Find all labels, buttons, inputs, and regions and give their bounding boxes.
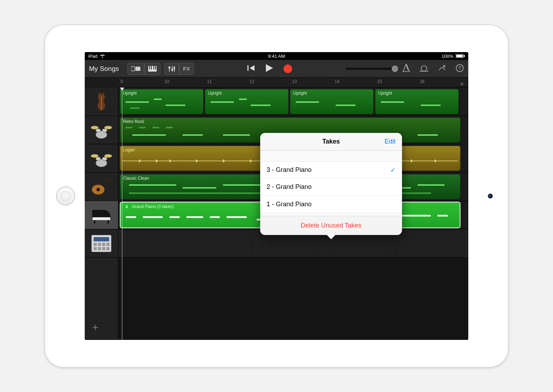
svg-rect-40 [102, 178, 111, 183]
ruler-tick: 12 [250, 79, 254, 84]
ruler-tick: 13 [292, 79, 297, 84]
ruler-tick: 16 [420, 79, 424, 84]
lane-upright[interactable]: Upright Upright Upright Upright [118, 88, 468, 116]
timeline-ruler[interactable]: 9 10 11 12 13 14 15 16 ＋ [118, 78, 468, 88]
track-headers: ＋ [85, 88, 118, 340]
popover-title: Takes [322, 138, 340, 145]
record-button[interactable] [284, 65, 292, 73]
add-section-button[interactable]: ＋ [458, 79, 465, 89]
svg-rect-46 [94, 243, 97, 246]
track-header-grand-piano[interactable] [85, 201, 118, 229]
svg-point-31 [96, 129, 101, 132]
svg-rect-51 [98, 247, 101, 250]
svg-point-37 [102, 157, 107, 161]
svg-rect-45 [94, 237, 109, 241]
track-header-retro-rock[interactable] [85, 116, 118, 144]
ruler-tick: 15 [377, 79, 382, 84]
svg-rect-47 [98, 243, 101, 246]
svg-text:?: ? [458, 65, 461, 71]
svg-point-11 [168, 67, 171, 69]
lane-spacer [118, 258, 468, 340]
region-label: Upright [208, 91, 222, 96]
take-label: 3 - Grand Piano [267, 166, 312, 174]
region-upright[interactable]: Upright [205, 89, 289, 114]
cello-icon [90, 91, 112, 112]
instrument-view-button[interactable] [144, 63, 161, 75]
svg-point-36 [96, 157, 101, 161]
track-header-logan[interactable] [85, 144, 118, 173]
playhead[interactable] [122, 88, 122, 340]
rewind-button[interactable] [247, 65, 255, 73]
svg-rect-7 [151, 66, 152, 69]
ruler-tick: 11 [207, 79, 212, 84]
svg-point-23 [443, 65, 445, 67]
svg-rect-48 [102, 243, 105, 246]
region-label: Classic Clean [123, 176, 149, 181]
takes-badge: 3 [123, 204, 130, 209]
svg-marker-18 [266, 64, 273, 72]
home-button[interactable] [56, 186, 75, 206]
back-my-songs[interactable]: My Songs [89, 65, 119, 73]
region-label: Upright [293, 91, 307, 96]
grand-piano-icon [90, 205, 112, 226]
drumkit-icon [90, 148, 112, 169]
region-label: 3Grand Piano (3 takes) [123, 204, 173, 209]
svg-rect-50 [94, 247, 97, 250]
track-header-sampler[interactable] [85, 229, 118, 258]
play-button[interactable] [266, 64, 273, 73]
region-upright[interactable]: Upright [120, 89, 203, 114]
track-lanes[interactable]: Upright Upright Upright Upright [118, 88, 468, 340]
svg-point-21 [421, 66, 427, 71]
take-label: 2 - Grand Piano [267, 183, 312, 191]
track-header-classic-clean[interactable] [85, 173, 118, 201]
checkmark-icon: ✓ [390, 166, 396, 174]
svg-rect-4 [135, 67, 140, 71]
screen: iPad 9:41 AM 100% My Songs [85, 52, 468, 340]
drumkit-icon [90, 119, 112, 141]
svg-marker-17 [250, 65, 255, 71]
ruler-tick: 10 [164, 79, 169, 84]
battery-label: 100% [442, 54, 453, 59]
takes-list: 3 - Grand Piano ✓ 2 - Grand Piano 1 - Gr… [260, 161, 402, 213]
ipad-frame: iPad 9:41 AM 100% My Songs [44, 24, 509, 368]
loop-button[interactable] [419, 64, 429, 73]
help-button[interactable]: ? [456, 64, 464, 74]
clock: 9:41 AM [268, 54, 285, 59]
metronome-button[interactable] [402, 64, 410, 74]
take-item[interactable]: 1 - Grand Piano [260, 196, 402, 213]
track-header-upright[interactable] [85, 88, 118, 116]
browser-toggle-button[interactable] [127, 63, 144, 75]
region-label: Upright [123, 91, 137, 96]
region-upright[interactable]: Upright [290, 89, 374, 114]
region-label: Logan [123, 147, 135, 152]
region-label: Upright [378, 91, 392, 96]
take-label: 1 - Grand Piano [267, 201, 312, 208]
region-upright[interactable]: Upright [375, 89, 459, 114]
add-track-button[interactable]: ＋ [90, 320, 100, 334]
delete-unused-takes-button[interactable]: Delete Unused Takes [260, 216, 402, 235]
tracks-area: ＋ Upright Upright Upright [85, 88, 468, 340]
add-track-area: ＋ [85, 258, 118, 340]
battery-icon [456, 54, 465, 58]
svg-rect-53 [106, 247, 110, 250]
master-volume-slider[interactable] [346, 68, 399, 70]
svg-rect-2 [464, 55, 465, 57]
svg-rect-16 [247, 65, 248, 71]
status-bar: iPad 9:41 AM 100% [85, 52, 468, 60]
settings-button[interactable] [438, 64, 446, 74]
svg-point-39 [96, 188, 100, 191]
svg-rect-52 [102, 247, 105, 250]
track-controls-button[interactable] [164, 63, 179, 75]
fx-button[interactable]: FX [179, 63, 194, 75]
toolbar: My Songs FX [85, 60, 468, 78]
ruler-tick: 14 [335, 79, 339, 84]
svg-rect-41 [93, 217, 110, 220]
sampler-icon [90, 233, 112, 254]
take-item[interactable]: 2 - Grand Piano [260, 179, 402, 196]
front-camera [488, 194, 493, 198]
svg-rect-6 [149, 66, 150, 69]
svg-rect-3 [131, 67, 135, 71]
take-item[interactable]: 3 - Grand Piano ✓ [260, 162, 402, 179]
popover-header: Takes Edit [260, 133, 402, 151]
popover-edit-button[interactable]: Edit [385, 138, 396, 145]
